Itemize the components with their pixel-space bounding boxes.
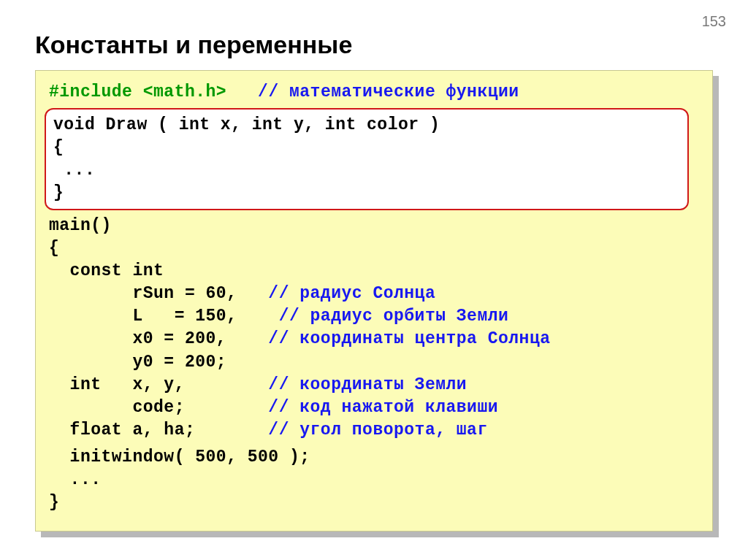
- draw-brace-open: {: [53, 137, 680, 159]
- y0-line: y0 = 200;: [49, 351, 699, 374]
- code-var-comment: // код нажатой клавиши: [268, 398, 498, 417]
- float-line: float a, ha; // угол поворота, шаг: [49, 419, 699, 442]
- include-header: <math.h>: [143, 83, 226, 101]
- rsun-line: rSun = 60, // радиус Солнца: [49, 283, 699, 305]
- L-line: L = 150, // радиус орбиты Земли: [49, 305, 699, 328]
- rsun-comment: // радиус Солнца: [268, 284, 435, 303]
- main-signature: main(): [49, 215, 699, 237]
- draw-brace-close: }: [53, 182, 680, 204]
- float-comment: // угол поворота, шаг: [268, 421, 487, 440]
- main-brace-close: }: [49, 491, 699, 514]
- initwindow-line: initwindow( 500, 500 );: [49, 446, 699, 469]
- include-pad: [226, 83, 258, 101]
- include-keyword: #include: [49, 83, 143, 101]
- int-comment: // координаты Земли: [268, 375, 467, 394]
- page-number: 153: [702, 13, 726, 30]
- code-block: #include <math.h> // математические функ…: [35, 70, 713, 532]
- main-ellipsis: ...: [49, 469, 699, 491]
- main-brace-open: {: [49, 237, 699, 260]
- draw-ellipsis: ...: [53, 159, 680, 182]
- draw-signature: void Draw ( int x, int y, int color ): [53, 114, 680, 137]
- x0-comment: // координаты центра Солнца: [268, 329, 550, 348]
- x0-line: x0 = 200, // координаты центра Солнца: [49, 328, 699, 350]
- code-container: #include <math.h> // математические функ…: [35, 70, 713, 532]
- L-comment: // радиус орбиты Земли: [279, 307, 509, 326]
- page-title: Константы и переменные: [35, 31, 352, 59]
- include-comment: // математические функции: [258, 83, 519, 101]
- draw-function-box: void Draw ( int x, int y, int color ) { …: [45, 108, 689, 210]
- include-line: #include <math.h> // математические функ…: [49, 81, 699, 104]
- const-int-line: const int: [49, 260, 699, 283]
- code-var-line: code; // код нажатой клавиши: [49, 396, 699, 419]
- int-line: int x, y, // координаты Земли: [49, 374, 699, 396]
